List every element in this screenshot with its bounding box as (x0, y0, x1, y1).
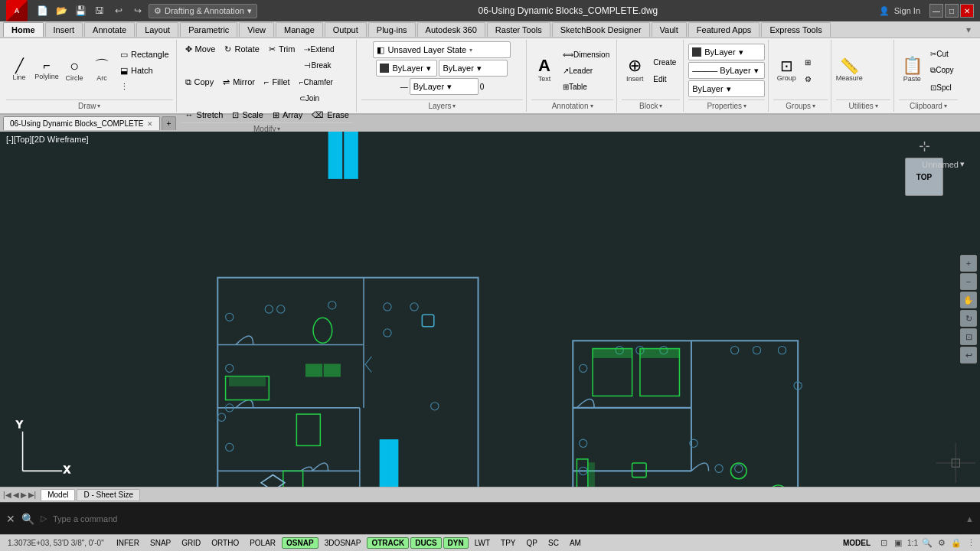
command-input[interactable] (53, 514, 959, 523)
model-tab[interactable]: Model (41, 489, 75, 501)
qa-save-btn[interactable]: 💾 (72, 2, 89, 19)
fillet-button[interactable]: ⌐Fillet (260, 74, 294, 90)
qa-undo-btn[interactable]: ↩ (110, 2, 127, 19)
draw-more-button[interactable]: ⋮ (116, 79, 173, 94)
qa-new-btn[interactable]: 📄 (34, 2, 51, 19)
status-btn-grid[interactable]: GRID (177, 537, 205, 549)
tab-featured[interactable]: Featured Apps (688, 22, 760, 37)
minimize-button[interactable]: — (929, 4, 943, 18)
status-btn-am[interactable]: AM (565, 537, 586, 549)
clipboard-panel-label[interactable]: Clipboard ▾ (899, 99, 957, 110)
draw-panel-label[interactable]: Draw ▾ (6, 99, 173, 110)
status-btn-infer[interactable]: INFER (112, 537, 144, 549)
workspace-selector[interactable]: ⚙ Drafting & Annotation ▾ (149, 4, 257, 18)
hatch-button[interactable]: ⬓ Hatch (116, 63, 173, 78)
cmd-close-btn[interactable]: ✕ (6, 513, 15, 525)
layout-last-btn[interactable]: ▶| (28, 491, 37, 499)
status-btn-tpy[interactable]: TPY (496, 537, 520, 549)
qa-open-btn[interactable]: 📂 (53, 2, 70, 19)
maximize-button[interactable]: □ (945, 4, 959, 18)
tab-manage[interactable]: Manage (276, 22, 323, 37)
dimension-button[interactable]: ⟺Dimension (559, 47, 613, 62)
scale-button[interactable]: ⊡Scale (228, 107, 267, 122)
leader-button[interactable]: ↗Leader (559, 63, 613, 78)
group-edit-btn[interactable]: ⊞ (801, 54, 815, 70)
status-btn-snap[interactable]: SNAP (145, 537, 175, 549)
chamfer-button[interactable]: ⌐Chamfer (296, 74, 337, 90)
properties-panel-label[interactable]: Properties ▾ (688, 99, 765, 110)
layout-prev-btn[interactable]: ◀ (13, 491, 19, 499)
insert-button[interactable]: ⊕ Insert (622, 51, 648, 90)
move-button[interactable]: ✥Move (181, 41, 220, 57)
status-btn-sc[interactable]: SC (544, 537, 564, 549)
tab-annotate[interactable]: Annotate (84, 22, 135, 37)
tab-insert[interactable]: Insert (45, 22, 83, 37)
status-btn-qp[interactable]: QP (522, 537, 542, 549)
group-settings-btn[interactable]: ⚙ (801, 71, 815, 86)
tray-lock-btn[interactable]: 🔒 (950, 537, 962, 549)
lineweight-dropdown[interactable]: ByLayer▾ (410, 78, 479, 95)
status-btn-3dosnap[interactable]: 3DOSNAP (320, 537, 366, 549)
copy-button[interactable]: ⧉Copy (181, 74, 218, 90)
edit-block-button[interactable]: Edit (649, 71, 680, 86)
viewport-label[interactable]: [-][Top][2D Wireframe] (6, 135, 89, 144)
prop-linetype-dropdown[interactable]: ——— ByLayer▾ (688, 62, 765, 79)
cmd-search-btn[interactable]: 🔍 (21, 513, 34, 525)
groups-panel-label[interactable]: Groups ▾ (773, 99, 828, 110)
annotation-panel-label2[interactable]: Annotation ▾ (531, 99, 613, 110)
rectangle-button[interactable]: ▭ Rectangle (116, 47, 173, 62)
tab-home[interactable]: Home (3, 22, 44, 37)
status-btn-ortho[interactable]: ORTHO (207, 537, 243, 549)
text-button[interactable]: A Text (531, 51, 557, 90)
break-button[interactable]: ⊣Break (300, 57, 338, 73)
pan-button[interactable]: ✋ (960, 292, 977, 308)
undo-view-button[interactable]: ↩ (960, 347, 977, 364)
tab-layout[interactable]: Layout (136, 22, 178, 37)
unnamed-label[interactable]: Unnamed ▾ (922, 159, 965, 169)
erase-button[interactable]: ⌫Erase (308, 107, 353, 122)
orbit-button[interactable]: ↻ (960, 310, 977, 327)
qa-redo-btn[interactable]: ↪ (129, 2, 146, 19)
measure-button[interactable]: 📏 Measure (836, 51, 862, 90)
array-button[interactable]: ⊞Array (269, 107, 306, 122)
tab-parametric[interactable]: Parametric (180, 22, 237, 37)
block-panel-label[interactable]: Block ▾ (622, 99, 680, 110)
status-btn-osnap[interactable]: OSNAP (282, 537, 318, 549)
tab-vault[interactable]: Vault (652, 22, 687, 37)
sheet-size-tab[interactable]: D - Sheet Size (77, 489, 139, 501)
stretch-button[interactable]: ↔Stretch (181, 107, 227, 122)
rotate-button[interactable]: ↻Rotate (220, 41, 263, 57)
line-button[interactable]: ╱ Line (6, 51, 32, 90)
document-tab[interactable]: 06-Using Dynamic Blocks_COMPLETE ✕ (3, 116, 160, 130)
linetype-dropdown[interactable]: ByLayer▾ (439, 60, 508, 77)
new-tab-button[interactable]: + (162, 116, 177, 130)
tab-view[interactable]: View (239, 22, 274, 37)
nav-cube-arrows-icon[interactable]: ⊹ (919, 138, 930, 155)
tab-output[interactable]: Output (325, 22, 367, 37)
close-button[interactable]: ✕ (960, 4, 974, 18)
table-button[interactable]: ⊞Table (559, 79, 613, 94)
utilities-panel-label[interactable]: Utilities ▾ (836, 99, 890, 110)
tab-sketchbook[interactable]: SketchBook Designer (552, 22, 650, 37)
tab-express[interactable]: Express Tools (761, 22, 830, 37)
ribbon-toggle-btn[interactable]: ▾ (960, 21, 977, 38)
mirror-button[interactable]: ⇌Mirror (219, 74, 259, 90)
layout-next-btn[interactable]: ▶ (21, 491, 27, 499)
status-btn-otrack[interactable]: OTRACK (367, 537, 409, 549)
extents-button[interactable]: ⊡ (960, 328, 977, 345)
status-btn-polar[interactable]: POLAR (245, 537, 280, 549)
document-tab-close-icon[interactable]: ✕ (147, 120, 153, 128)
status-btn-dyn[interactable]: DYN (443, 537, 469, 549)
polyline-button[interactable]: ⌐ Polyline (34, 51, 60, 90)
status-btn-lwt[interactable]: LWT (470, 537, 495, 549)
tab-autodesk360[interactable]: Autodesk 360 (417, 22, 485, 37)
join-button[interactable]: ⊂Join (296, 90, 337, 106)
prop-lineweight-dropdown[interactable]: ByLayer▾ (688, 80, 765, 97)
tray-viewport-btn[interactable]: ⊡ (877, 537, 890, 549)
layers-panel-label[interactable]: Layers ▾ (361, 99, 523, 110)
status-btn-ducs[interactable]: DUCS (410, 537, 441, 549)
cut-button[interactable]: ✂Cut (926, 46, 957, 61)
paste-special-button[interactable]: ⊡Spcl (926, 80, 957, 95)
zoom-in-button[interactable]: + (960, 255, 977, 272)
group-button[interactable]: ⊡ Group (773, 51, 799, 90)
